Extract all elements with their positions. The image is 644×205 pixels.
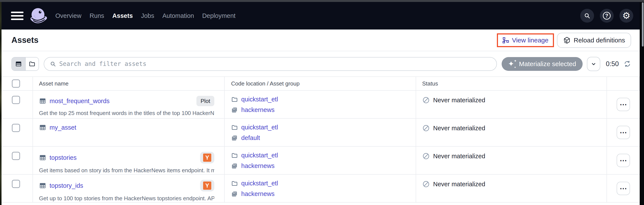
page-scrollbar[interactable] [640, 2, 644, 205]
asset-description: Get up to 100 top stories from the Hacke… [39, 195, 214, 202]
materialize-label: Materialize selected [519, 60, 576, 68]
code-location-cell: quickstart_etlhackernews [225, 147, 416, 174]
view-lineage-label: View lineage [512, 36, 548, 44]
asset-name-cell: my_asset [33, 119, 225, 146]
table-view-icon [15, 60, 22, 68]
asset-group-icon [231, 162, 238, 170]
page-header: Assets View lineage Re [2, 30, 640, 51]
asset-name-link[interactable]: topstory_ids [50, 182, 83, 189]
asset-name-link[interactable]: most_frequent_words [50, 98, 110, 105]
asset-group-link[interactable]: hackernews [241, 106, 274, 114]
asset-description: Get the top 25 most frequent words in th… [39, 110, 214, 116]
asset-name-cell: topstory_idsYGet up to 100 top stories f… [33, 175, 225, 202]
search-icon[interactable] [580, 9, 594, 22]
column-header-actions [607, 77, 640, 90]
nav-item-assets[interactable]: Assets [112, 12, 133, 20]
page-title: Assets [12, 36, 38, 45]
nav-item-jobs[interactable]: Jobs [141, 12, 154, 20]
hackernews-badge: Y [200, 180, 214, 192]
status-text: Never materialized [433, 97, 485, 104]
assets-table: Asset name Code location / Asset group S… [2, 76, 640, 205]
row-actions-button[interactable]: ⋯ [617, 182, 630, 195]
yc-logo-icon: Y [203, 154, 211, 162]
screen: OverviewRunsAssetsJobsAutomationDeployme… [0, 0, 644, 205]
asset-name-link[interactable]: topstories [50, 154, 77, 161]
search-filter-box [44, 57, 497, 71]
row-actions-button[interactable]: ⋯ [617, 98, 630, 111]
actions-cell: ⋯ [607, 91, 640, 118]
reload-definitions-label: Reload definitions [574, 36, 625, 44]
reload-definitions-button[interactable]: Reload definitions [557, 33, 631, 48]
top-nav: OverviewRunsAssetsJobsAutomationDeployme… [2, 2, 640, 30]
code-location-link[interactable]: quickstart_etl [241, 180, 278, 187]
gear-icon[interactable]: ⚙ [620, 9, 633, 22]
materialize-options-button[interactable] [587, 57, 600, 71]
status-cell: Never materialized [416, 91, 607, 118]
select-all-checkbox[interactable] [12, 80, 20, 88]
folder-view-toggle[interactable] [25, 58, 38, 70]
hackernews-badge: Y [200, 152, 214, 164]
nav-item-deployment[interactable]: Deployment [202, 12, 236, 20]
search-field-icon [50, 61, 56, 67]
status-text: Never materialized [433, 181, 485, 188]
status-text: Never materialized [433, 153, 485, 160]
asset-name-cell: topstoriesYGet items based on story ids … [33, 147, 225, 174]
refresh-icon[interactable] [624, 60, 631, 68]
assets-toolbar: ✦ ✦ ✦ Materialize selected 0:50 [2, 51, 640, 76]
row-checkbox[interactable] [12, 180, 20, 188]
row-actions-button[interactable]: ⋯ [617, 154, 630, 167]
yc-logo-icon: Y [203, 182, 211, 190]
help-icon[interactable]: ? [600, 9, 614, 22]
dagster-logo-icon[interactable] [29, 6, 48, 25]
asset-group-icon [231, 134, 238, 142]
nav-item-overview[interactable]: Overview [55, 12, 82, 20]
folder-icon [231, 124, 238, 131]
table-row: most_frequent_wordsPlotGet the top 25 mo… [2, 91, 640, 119]
row-checkbox[interactable] [12, 124, 20, 132]
asset-name-link[interactable]: my_asset [50, 124, 76, 131]
compute-kind-badge: Plot [196, 96, 214, 106]
nav-icon-buttons: ? ⚙ [580, 9, 633, 22]
header-actions: View lineage Reload definitions [497, 33, 631, 48]
gear-glyph: ⚙ [622, 11, 630, 20]
never-materialized-icon [422, 180, 430, 188]
asset-description: Get items based on story ids from the Ha… [39, 167, 214, 174]
code-location-link[interactable]: quickstart_etl [241, 124, 278, 131]
materialize-selected-button[interactable]: ✦ ✦ ✦ Materialize selected [502, 57, 582, 71]
checkbox-cell [2, 91, 33, 118]
checkbox-cell [2, 175, 33, 202]
asset-table-icon [39, 97, 46, 105]
table-header-row: Asset name Code location / Asset group S… [2, 76, 640, 91]
never-materialized-icon [422, 152, 430, 160]
asset-group-link[interactable]: default [241, 134, 260, 142]
search-input[interactable] [59, 60, 491, 68]
column-header-status: Status [416, 77, 607, 90]
lineage-icon [502, 37, 509, 44]
nav-links: OverviewRunsAssetsJobsAutomationDeployme… [55, 12, 236, 20]
asset-name-cell: most_frequent_wordsPlotGet the top 25 mo… [33, 91, 225, 118]
asset-group-link[interactable]: hackernews [241, 190, 274, 198]
asset-group-link[interactable]: hackernews [241, 162, 274, 170]
folder-view-icon [29, 60, 36, 68]
chevron-down-icon [590, 61, 597, 67]
code-location-cell: quickstart_etlhackernews [225, 91, 416, 118]
nav-item-runs[interactable]: Runs [90, 12, 104, 20]
reload-definitions-icon [563, 36, 571, 44]
row-checkbox[interactable] [12, 152, 20, 160]
row-checkbox[interactable] [12, 96, 20, 104]
row-actions-button[interactable]: ⋯ [617, 126, 630, 139]
table-row: topstoriesYGet items based on story ids … [2, 147, 640, 175]
scrollbar-thumb[interactable] [642, 2, 644, 46]
view-lineage-button[interactable]: View lineage [502, 36, 548, 44]
dagster-app: OverviewRunsAssetsJobsAutomationDeployme… [2, 2, 640, 205]
menu-icon[interactable] [11, 12, 24, 20]
actions-cell: ⋯ [607, 147, 640, 174]
list-view-toggle[interactable] [12, 58, 25, 70]
sparkle-icon: ✦ ✦ ✦ [508, 60, 516, 68]
never-materialized-icon [422, 124, 430, 132]
folder-icon [231, 152, 238, 159]
desktop-background-edge [0, 2, 2, 205]
nav-item-automation[interactable]: Automation [162, 12, 194, 20]
code-location-link[interactable]: quickstart_etl [241, 96, 278, 103]
code-location-link[interactable]: quickstart_etl [241, 152, 278, 159]
